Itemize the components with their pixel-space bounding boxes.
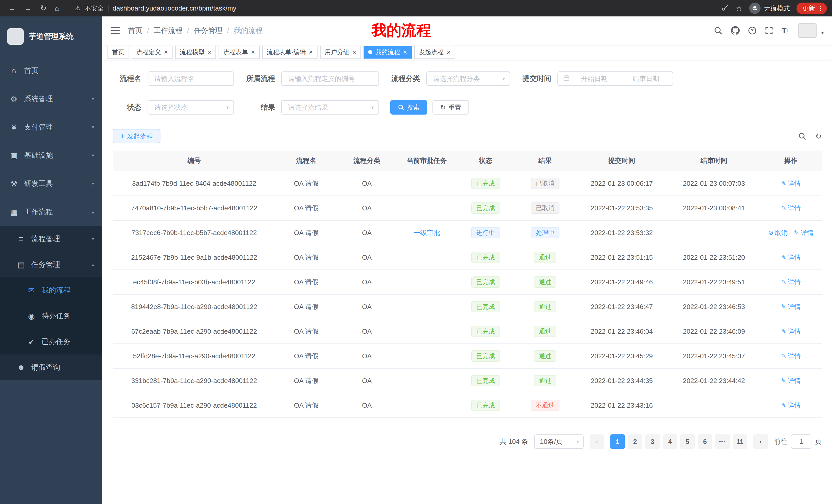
search-icon[interactable] [714,26,722,35]
password-key-icon[interactable] [721,4,729,13]
tab-start-process[interactable]: 发起流程× [414,46,455,59]
bookmark-star-icon[interactable]: ☆ [735,4,743,13]
sidebar-item-workflow[interactable]: ▦工作流程▴ [0,198,102,226]
sidebar-item-system-manage[interactable]: ⚙系统管理▾ [0,85,102,113]
prev-page-button[interactable]: ‹ [590,435,604,449]
github-icon[interactable] [731,26,740,35]
sidebar-item-leave-query[interactable]: ☻请假查询 [0,355,102,380]
pager-page-11[interactable]: 11 [733,435,747,449]
toolbar-refresh-icon[interactable]: ↻ [815,132,822,141]
breadcrumb-home[interactable]: 首页 [128,26,142,35]
detail-link[interactable]: ✎详情 [781,401,801,410]
update-button[interactable]: 更新 ⋮ [797,3,827,14]
font-size-icon[interactable]: TT [782,26,789,35]
process-definition-input[interactable] [281,72,379,86]
tab-label: 首页 [112,48,125,56]
row-current-task [397,270,457,295]
tab-my-process[interactable]: 我的流程× [364,46,412,59]
row-actions: ✎详情 [760,319,822,344]
row-submit-time: 2022-01-22 23:51:15 [576,245,668,270]
close-icon[interactable]: × [164,49,168,55]
tab-process-definition[interactable]: 流程定义× [132,46,173,59]
avatar[interactable] [798,23,816,38]
result-tag: 已取消 [531,202,560,214]
toolbar-search-icon[interactable] [798,132,806,140]
pager-page-5[interactable]: 5 [680,435,695,449]
hamburger-icon[interactable] [110,27,120,34]
sidebar-item-dev-tools[interactable]: ⚒研发工具▾ [0,170,102,198]
reset-button[interactable]: ↻ 重置 [433,100,469,115]
sidebar-item-todo-task[interactable]: ◉待办任务 [0,303,102,329]
pager-ellipsis[interactable]: ••• [715,435,730,449]
detail-link[interactable]: ✎详情 [781,327,801,336]
breadcrumb-task-manage[interactable]: 任务管理 [194,26,223,35]
table-toolbar: + 发起流程 ↻ [113,129,822,143]
process-name-input[interactable] [148,72,234,86]
fullscreen-icon[interactable] [765,26,773,35]
current-task-link[interactable]: 一级审批 [413,229,440,236]
page-size-select[interactable]: 10条/页 ▾ [534,435,583,449]
navbar-actions: ? TT ▾ [714,23,824,38]
detail-link[interactable]: ✎详情 [781,179,801,188]
tab-process-model[interactable]: 流程模型× [175,46,216,59]
row-status: 已完成 [457,344,515,368]
avatar-caret-icon[interactable]: ▾ [821,30,824,38]
detail-link[interactable]: ✎详情 [781,352,801,360]
category-select[interactable]: 请选择流程分类 ▾ [426,72,510,86]
sidebar-item-payment-manage[interactable]: ¥支付管理▾ [0,113,102,141]
breadcrumb-workflow[interactable]: 工作流程 [154,26,183,35]
sidebar-item-done-task[interactable]: ✔已办任务 [0,329,102,355]
app-title: 芋道管理系统 [29,31,74,41]
sidebar-item-home[interactable]: ⌂首页 [0,57,102,85]
submit-time-range[interactable]: 开始日期 - 结束日期 [557,72,673,86]
close-icon[interactable]: × [207,49,211,55]
tab-user-group[interactable]: 用户分组× [320,46,361,59]
create-process-button[interactable]: + 发起流程 [113,129,160,143]
next-page-button[interactable]: › [753,435,768,449]
close-icon[interactable]: × [353,49,356,55]
close-icon[interactable]: × [251,49,255,55]
close-icon[interactable]: × [309,49,313,55]
column-header: 结束时间 [668,150,760,171]
cancel-link[interactable]: ⊘取消 [768,229,788,237]
search-button[interactable]: 搜索 [390,100,427,115]
detail-link[interactable]: ✎详情 [781,204,801,213]
result-select[interactable]: 请选择流结果 ▾ [281,100,379,115]
browser-back-icon[interactable]: ← [8,4,16,12]
pager-page-6[interactable]: 6 [698,435,712,449]
status-select[interactable]: 请选择状态 ▾ [148,100,234,115]
row-category: OA [337,245,397,270]
browser-refresh-icon[interactable]: ↻ [40,4,47,12]
pager-page-4[interactable]: 4 [663,435,677,449]
close-icon[interactable]: × [403,49,407,55]
sidebar-item-my-process[interactable]: ✉我的流程 [0,277,102,303]
browser-home-icon[interactable]: ⌂ [55,4,59,12]
close-icon[interactable]: × [447,49,450,55]
jump-page-input[interactable] [791,435,811,449]
tab-process-form-edit[interactable]: 流程表单-编辑× [262,46,317,59]
pager-page-2[interactable]: 2 [628,435,642,449]
sidebar-item-infrastructure[interactable]: ▣基础设施▾ [0,141,102,170]
sidebar-menu: ⌂首页⚙系统管理▾¥支付管理▾▣基础设施▾⚒研发工具▾▦工作流程▴≡流程管理▾▤… [0,57,102,380]
browser-menu-icon[interactable]: ⋮ [817,5,824,12]
sidebar-item-process-manage[interactable]: ≡流程管理▾ [0,226,102,252]
sidebar-item-label: 系统管理 [24,94,53,104]
help-icon[interactable]: ? [749,27,756,34]
table-row: 2152467e-7b9b-11ec-9a1b-acde48001122OA 请… [113,245,822,270]
sidebar-item-task-manage[interactable]: ▤任务管理▴ [0,252,102,277]
result-placeholder: 请选择流结果 [288,103,328,112]
security-label: 不安全 [85,4,104,12]
detail-link[interactable]: ✎详情 [781,278,801,286]
tab-process-form[interactable]: 流程表单× [218,46,259,59]
detail-link[interactable]: ✎详情 [781,376,801,385]
address-bar[interactable]: ⚠ 不安全 dashboard.yudao.iocoder.cn/bpm/tas… [75,4,236,12]
detail-icon: ✎ [781,303,786,310]
row-current-task [397,245,457,270]
pager-page-3[interactable]: 3 [645,435,660,449]
tab-home[interactable]: 首页 [107,46,129,59]
pager-page-1[interactable]: 1 [610,435,625,449]
detail-link[interactable]: ✎详情 [794,229,813,237]
detail-link[interactable]: ✎详情 [781,253,801,262]
browser-forward-icon[interactable]: → [24,4,32,12]
detail-link[interactable]: ✎详情 [781,303,801,311]
